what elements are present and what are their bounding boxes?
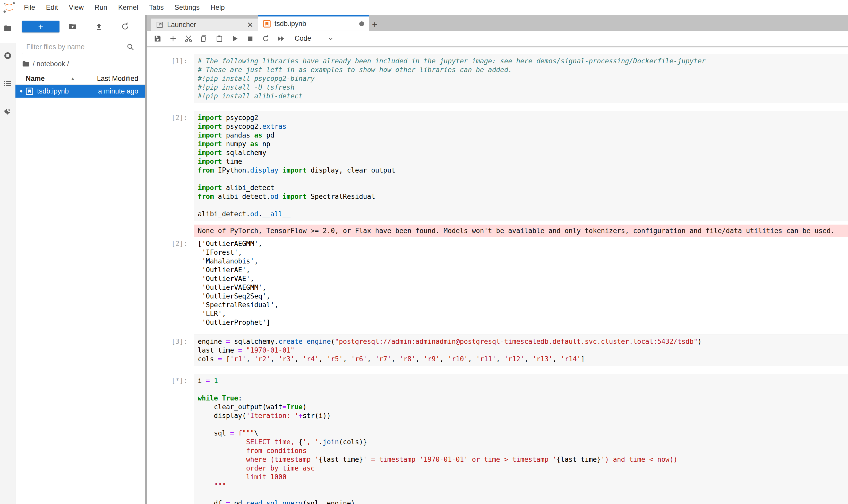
close-icon[interactable]: ✕ [247, 20, 253, 29]
cell-editor[interactable]: import psycopg2import psycopg2.extrasimp… [194, 111, 848, 221]
new-folder-button[interactable] [59, 22, 86, 31]
code-line: import numpy as np [198, 140, 848, 148]
code-line [198, 201, 848, 210]
upload-button[interactable] [86, 22, 112, 31]
tab-label: Launcher [167, 21, 196, 29]
menu-item-view[interactable]: View [64, 0, 89, 15]
code-line: where (timestamp '{last_time}' = timesta… [198, 455, 848, 464]
home-folder-icon [22, 60, 30, 68]
code-line: import sqlalchemy [198, 148, 848, 157]
menu-item-help[interactable]: Help [205, 0, 230, 15]
refresh-button[interactable] [112, 22, 138, 31]
code-line: import psycopg2 [198, 113, 848, 122]
unsaved-changes-dot[interactable] [359, 21, 364, 26]
new-tab-button[interactable]: + [369, 19, 381, 31]
output-line: 'IForest', [198, 248, 278, 257]
output-line: 'OutlierVAE', [198, 274, 278, 283]
notebook-icon [263, 20, 271, 28]
cut-cells-button[interactable] [181, 33, 196, 45]
output-line: 'OutlierProphet'] [198, 318, 278, 327]
menu-item-settings[interactable]: Settings [169, 0, 205, 15]
menu-item-edit[interactable]: Edit [41, 0, 64, 15]
tab-launcher[interactable]: Launcher ✕ [151, 19, 258, 31]
notebook-content: [1]:# The following libraries have alrea… [147, 47, 848, 504]
notebook-cell: [2]:import psycopg2import psycopg2.extra… [147, 111, 848, 327]
cell-editor[interactable]: i = 1 while True: clear_output(wait=True… [194, 374, 848, 504]
breadcrumb-path: / notebook / [33, 60, 69, 68]
filter-files-box [22, 40, 138, 54]
menu-item-file[interactable]: File [19, 0, 41, 15]
code-line: last_time = "1970-01-01" [198, 346, 848, 355]
notebook-cell: [3]:engine = sqlalchemy.create_engine("p… [147, 335, 848, 366]
output-line: ['OutlierAEGMM', [198, 239, 278, 248]
code-line: # These are just left in as examples to … [198, 66, 848, 74]
menu-item-run[interactable]: Run [89, 0, 113, 15]
breadcrumb[interactable]: / notebook / [22, 60, 145, 68]
code-line: i = 1 [198, 376, 848, 385]
code-line: from conditions [198, 446, 848, 455]
code-line: alibi_detect.od.__all__ [198, 210, 848, 218]
file-browser-icon[interactable] [4, 24, 12, 33]
column-last-modified[interactable]: Last Modified [97, 75, 145, 83]
run-cell-button[interactable] [227, 33, 242, 45]
paste-cells-button[interactable] [212, 33, 227, 45]
sort-arrow-icon: ▲ [71, 76, 75, 82]
menu-bar: FileEditViewRunKernelTabsSettingsHelp [0, 0, 848, 15]
interrupt-kernel-button[interactable] [242, 33, 258, 45]
notebook-cell: [*]:i = 1 while True: clear_output(wait=… [147, 374, 848, 504]
notebook-file-icon [25, 87, 34, 95]
running-kernels-icon[interactable] [4, 52, 12, 60]
search-icon [126, 43, 135, 51]
code-line: #!pip install psycopg2-binary [198, 74, 848, 83]
execute-result: [2]:['OutlierAEGMM', 'IForest', 'Mahalan… [147, 239, 848, 327]
code-line: df = pd.read_sql_query(sql, engine) [198, 499, 848, 504]
code-line: import psycopg2.extras [198, 122, 848, 131]
restart-run-all-button[interactable] [273, 33, 289, 45]
extension-manager-icon[interactable] [4, 107, 12, 115]
save-button[interactable] [150, 33, 165, 45]
add-cell-button[interactable] [165, 33, 181, 45]
code-line [198, 175, 848, 183]
output-line: 'LLR', [198, 309, 278, 318]
menu-item-tabs[interactable]: Tabs [144, 0, 169, 15]
file-row-tsdb[interactable]: tsdb.ipynb a minute ago [15, 85, 145, 97]
cell-type-dropdown[interactable]: Code [294, 35, 311, 42]
launcher-icon [156, 21, 164, 29]
notebook-toolbar: Code [147, 31, 848, 47]
code-line [198, 420, 848, 429]
sidebar-splitter[interactable] [145, 15, 147, 504]
cell-editor[interactable]: # The following libraries have already b… [194, 54, 848, 103]
code-line: engine = sqlalchemy.create_engine("postg… [198, 337, 848, 346]
code-line: from alibi_detect.od import SpectralResi… [198, 192, 848, 201]
new-launcher-button[interactable]: + [22, 21, 59, 33]
code-line: #!pip install alibi-detect [198, 92, 848, 101]
code-line: # The following libraries have already b… [198, 57, 848, 66]
filter-files-input[interactable] [22, 40, 138, 54]
cell-editor[interactable]: engine = sqlalchemy.create_engine("postg… [194, 335, 848, 366]
code-line: """ [198, 481, 848, 490]
copy-cells-button[interactable] [196, 33, 212, 45]
running-indicator-dot [20, 90, 22, 92]
dock-tab-bar: Launcher ✕ tsdb.ipynb + [147, 15, 848, 31]
file-modified: a minute ago [98, 87, 145, 95]
column-name[interactable]: Name [15, 75, 45, 83]
table-of-contents-icon[interactable] [4, 79, 12, 88]
execution-prompt: [*]: [147, 374, 194, 504]
activity-bar [0, 15, 15, 504]
menu-item-kernel[interactable]: Kernel [113, 0, 144, 15]
code-line: from IPython.display import display, cle… [198, 166, 848, 175]
code-line [198, 385, 848, 394]
code-line: limit 1000 [198, 472, 848, 481]
code-line: #!pip install -U tsfresh [198, 83, 848, 92]
chevron-down-icon[interactable] [327, 35, 334, 42]
output-line: 'OutlierVAEGMM', [198, 283, 278, 292]
jupyter-logo [0, 0, 19, 15]
code-line: order by time asc [198, 464, 848, 472]
tab-tsdb-notebook[interactable]: tsdb.ipynb [258, 15, 369, 31]
code-line: display('Iteration: '+str(i)) [198, 411, 848, 420]
stderr-output: None of PyTorch, TensorFlow >= 2.0, or F… [194, 224, 848, 237]
restart-kernel-button[interactable] [258, 33, 273, 45]
file-listing-header[interactable]: Name ▲ Last Modified [15, 73, 145, 85]
code-line: import pandas as pd [198, 131, 848, 140]
execution-prompt: [3]: [147, 335, 194, 366]
